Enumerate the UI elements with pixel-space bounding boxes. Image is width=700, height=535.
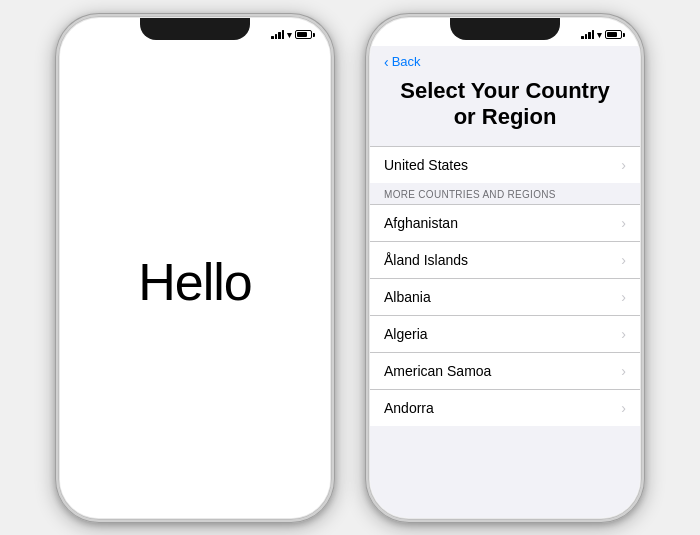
signal-bar-2 (275, 34, 278, 39)
list-item-3[interactable]: Algeria › (370, 316, 640, 353)
chevron-icon-4: › (621, 363, 626, 379)
screen-title: Select Your Countryor Region (370, 74, 640, 147)
signal-bar-5 (581, 36, 584, 39)
signal-bar-8 (592, 30, 595, 39)
country-name-4: American Samoa (384, 363, 491, 379)
chevron-icon-1: › (621, 252, 626, 268)
signal-bar-1 (271, 36, 274, 39)
phone-1-inner: ▾ Hello (58, 16, 332, 520)
back-button[interactable]: ‹ Back (370, 46, 640, 74)
list-item-us[interactable]: United States › (370, 147, 640, 183)
phone-2-screen: ▾ ‹ Back Select Your Countryor Region Un… (370, 18, 640, 518)
top-country-section: United States › (370, 146, 640, 183)
phone-1: ▾ Hello (55, 13, 335, 523)
status-icons-1: ▾ (271, 30, 312, 40)
country-name-5: Andorra (384, 400, 434, 416)
more-countries-header: MORE COUNTRIES AND REGIONS (370, 183, 640, 204)
battery-fill-1 (297, 32, 307, 37)
status-icons-2: ▾ (581, 30, 622, 40)
signal-bar-4 (282, 30, 285, 39)
country-screen: ‹ Back Select Your Countryor Region Unit… (370, 46, 640, 518)
country-name-3: Algeria (384, 326, 428, 342)
wifi-icon-2: ▾ (597, 30, 602, 40)
countries-list: Afghanistan › Åland Islands › Albania › … (370, 204, 640, 426)
hello-screen: Hello (60, 46, 330, 518)
battery-icon-1 (295, 30, 312, 39)
chevron-icon-5: › (621, 400, 626, 416)
back-label: Back (392, 54, 421, 69)
hello-text: Hello (138, 252, 252, 312)
signal-bar-6 (585, 34, 588, 39)
chevron-icon-0: › (621, 215, 626, 231)
notch-2 (450, 18, 560, 40)
wifi-icon-1: ▾ (287, 30, 292, 40)
signal-icon-1 (271, 30, 284, 39)
phone-1-screen: ▾ Hello (60, 18, 330, 518)
signal-bar-7 (588, 32, 591, 39)
country-name-us: United States (384, 157, 468, 173)
list-item-1[interactable]: Åland Islands › (370, 242, 640, 279)
country-name-1: Åland Islands (384, 252, 468, 268)
list-item-4[interactable]: American Samoa › (370, 353, 640, 390)
battery-icon-2 (605, 30, 622, 39)
signal-icon-2 (581, 30, 594, 39)
list-item-0[interactable]: Afghanistan › (370, 205, 640, 242)
notch-1 (140, 18, 250, 40)
chevron-icon-3: › (621, 326, 626, 342)
signal-bar-3 (278, 32, 281, 39)
battery-fill-2 (607, 32, 617, 37)
back-chevron-icon: ‹ (384, 54, 389, 70)
phone-2-inner: ▾ ‹ Back Select Your Countryor Region Un… (368, 16, 642, 520)
country-name-0: Afghanistan (384, 215, 458, 231)
list-item-2[interactable]: Albania › (370, 279, 640, 316)
country-name-2: Albania (384, 289, 431, 305)
list-item-5[interactable]: Andorra › (370, 390, 640, 426)
phone-2: ▾ ‹ Back Select Your Countryor Region Un… (365, 13, 645, 523)
chevron-icon-us: › (621, 157, 626, 173)
chevron-icon-2: › (621, 289, 626, 305)
